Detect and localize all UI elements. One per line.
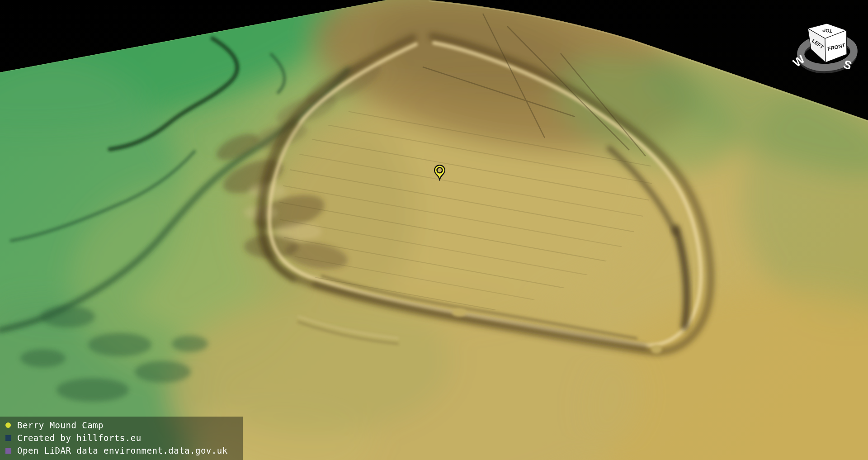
legend-label: Open LiDAR data environment.data.gov.uk bbox=[17, 444, 228, 457]
location-pin-marker[interactable] bbox=[433, 164, 446, 181]
legend-marker-square bbox=[5, 448, 11, 454]
legend-panel: Berry Mound CampCreated by hillforts.euO… bbox=[0, 417, 243, 460]
legend-item: Open LiDAR data environment.data.gov.uk bbox=[5, 444, 243, 457]
legend-label: Berry Mound Camp bbox=[17, 419, 104, 432]
legend-label: Created by hillforts.eu bbox=[17, 432, 142, 444]
lidar-3d-viewport[interactable]: W S TOP LEFT FRONT Berry Mound CampCreat… bbox=[0, 0, 868, 460]
legend-marker-square bbox=[5, 435, 11, 441]
pin-hole bbox=[437, 167, 443, 173]
terrain-render bbox=[0, 0, 868, 460]
cube-top-label: TOP bbox=[822, 28, 832, 34]
legend-marker-circle bbox=[5, 422, 11, 428]
legend-item: Created by hillforts.eu bbox=[5, 432, 243, 444]
view-orientation-gizmo[interactable]: W S TOP LEFT FRONT bbox=[784, 10, 866, 76]
legend-item: Berry Mound Camp bbox=[5, 419, 243, 432]
